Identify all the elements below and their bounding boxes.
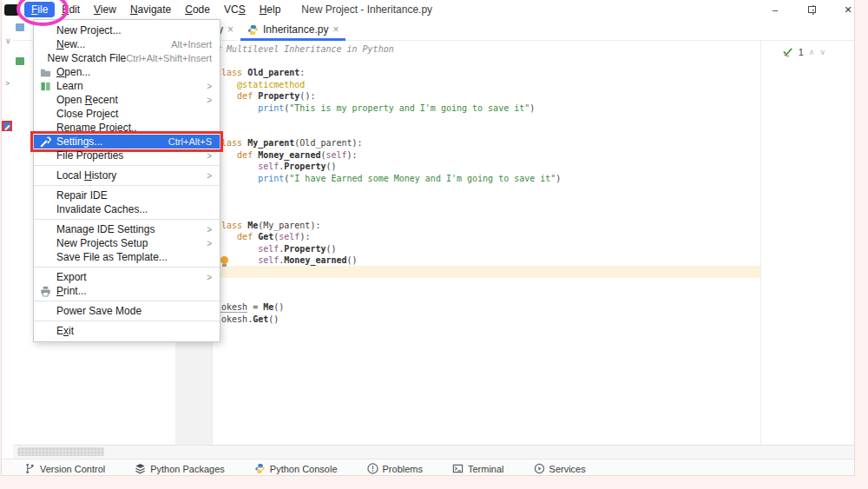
empty-icon-slot [40,251,56,263]
branch-icon [24,463,36,474]
wrench-icon [40,135,56,148]
toolwindow-label: Python Packages [150,464,225,474]
file-menu-item-new[interactable]: New...Alt+Insert [34,37,220,51]
code-line-5: def Property(): [216,90,561,102]
menubar-item-vcs[interactable]: VCS [217,2,253,17]
toolwindow-services[interactable]: Services [534,459,586,474]
inspections-widget[interactable]: 1 ∧ ∨ [782,46,825,57]
tree-expand-icon[interactable]: > [5,79,10,88]
menu-item-label: Invalidate Caches... [56,203,148,215]
submenu-arrow-icon: > [207,273,212,282]
scrollbar-thumb[interactable] [17,447,104,456]
toolwindow-python-packages[interactable]: Python Packages [135,459,225,474]
toolwindow-python-console[interactable]: Python Console [254,459,338,474]
close-tab-icon[interactable]: × [227,23,233,36]
tab-inheritance-py[interactable]: Inheritance.py × [240,19,345,40]
inspection-check-icon [782,46,793,57]
code-line-16: class Me(My_parent): [216,220,561,232]
file-menu-item-exit[interactable]: Exit [34,324,220,338]
file-menu-item-learn[interactable]: Learn> [34,79,220,93]
menu-item-label: Repair IDE [56,189,108,202]
toolwindow-terminal[interactable]: Terminal [452,459,504,474]
empty-icon-slot [40,94,56,106]
printer-icon [40,286,51,297]
menu-separator [34,165,220,166]
submenu-arrow-icon: > [207,239,212,248]
menu-item-label: New Project... [56,24,122,36]
terminal-icon [452,463,464,474]
menu-separator [34,301,220,301]
library-icon [16,57,24,65]
settings-stripe-badge [2,121,12,131]
tab-label: Inheritance.py [263,23,328,36]
empty-icon-slot [40,203,56,215]
code-line-24: lokesh.Get() [216,314,561,326]
next-problem-icon[interactable]: ∨ [819,48,825,56]
code-editor[interactable]: # Multilevel Inheritance in Pythonclass … [216,43,561,325]
empty-icon-slot [40,237,56,249]
toolwindow-problems[interactable]: Problems [367,459,423,474]
toolwindow-label: Version Control [40,464,105,474]
menubar-item-code[interactable]: Code [178,2,217,17]
menubar-item-help[interactable]: Help [253,2,288,17]
menubar-item-view[interactable]: View [87,2,123,17]
menu-separator [34,219,220,220]
file-menu-item-manage-ide-settings[interactable]: Manage IDE Settings> [34,222,220,236]
empty-icon-slot [40,108,56,120]
folder-icon [40,67,51,78]
menu-item-label: File Properties [56,149,123,162]
toolwindow-label: Terminal [468,464,504,474]
python-console-icon [254,463,266,474]
menu-item-label: Print... [56,285,87,297]
code-line-18: self.Property() [216,243,561,255]
file-menu-item-open[interactable]: Open... [34,65,220,79]
toolwindow-label: Python Console [270,464,338,474]
file-menu-item-new-projects-setup[interactable]: New Projects Setup> [34,236,220,250]
file-menu-item-rename-project[interactable]: Rename Project.. [34,121,220,135]
book-icon [40,81,51,92]
code-line-13 [216,184,561,196]
empty-icon-slot [40,38,56,50]
empty-icon-slot [40,52,48,64]
file-menu-item-export[interactable]: Export> [34,270,220,284]
menu-item-label: Export [56,271,87,283]
minimize-button[interactable]: – [757,0,793,19]
close-tab-icon[interactable]: × [332,23,339,36]
submenu-arrow-icon: > [207,82,212,91]
file-menu-item-close-project[interactable]: Close Project [34,107,220,121]
toolwindow-version-control[interactable]: Version Control [24,459,105,474]
intention-bulb-icon[interactable] [220,256,228,264]
code-line-7 [216,114,561,126]
toolwindow-label: Problems [383,464,423,474]
packages-icon [135,463,146,474]
file-menu-item-save-file-as-template[interactable]: Save File as Template... [34,250,220,264]
file-menu-item-settings[interactable]: Settings...Ctrl+Alt+S [34,135,220,149]
file-menu-item-print[interactable]: Print... [34,284,220,298]
prev-problem-icon[interactable]: ∧ [809,48,815,56]
menubar-item-navigate[interactable]: Navigate [123,2,178,17]
menu-item-label: Exit [56,325,74,337]
code-line-12: print("I have Earned some Money and I'm … [216,173,561,185]
file-menu-item-file-properties[interactable]: File Properties> [34,149,220,162]
empty-icon-slot [40,223,56,235]
code-line-19: self.Money_earned() [216,254,561,267]
code-line-15 [216,208,561,220]
code-line-8 [216,126,561,138]
code-line-20 [216,267,561,279]
file-menu-item-repair-ide[interactable]: Repair IDE [34,188,220,202]
tool-window-bar: Version ControlPython PackagesPython Con… [2,459,854,475]
file-menu-item-invalidate-caches[interactable]: Invalidate Caches... [34,202,220,216]
file-menu-item-open-recent[interactable]: Open Recent> [34,93,220,107]
tab-options-kebab-icon[interactable]: ⋮ [807,3,819,17]
code-line-11: self.Property() [216,161,561,173]
menu-item-label: Save File as Template... [56,251,168,263]
file-menu-item-local-history[interactable]: Local History> [34,169,220,182]
file-menu-item-new-scratch-file[interactable]: New Scratch FileCtrl+Alt+Shift+Insert [34,51,220,65]
tree-collapse-icon[interactable]: ∨ [5,36,11,45]
file-menu-item-power-save-mode[interactable]: Power Save Mode [34,304,220,318]
close-button[interactable]: ✕ [830,0,854,19]
horizontal-scrollbar-track[interactable] [13,445,854,459]
menu-item-label: New Projects Setup [56,237,148,249]
file-menu-item-new-project[interactable]: New Project... [34,23,220,37]
code-line-10: def Money_earned(self): [216,149,561,162]
